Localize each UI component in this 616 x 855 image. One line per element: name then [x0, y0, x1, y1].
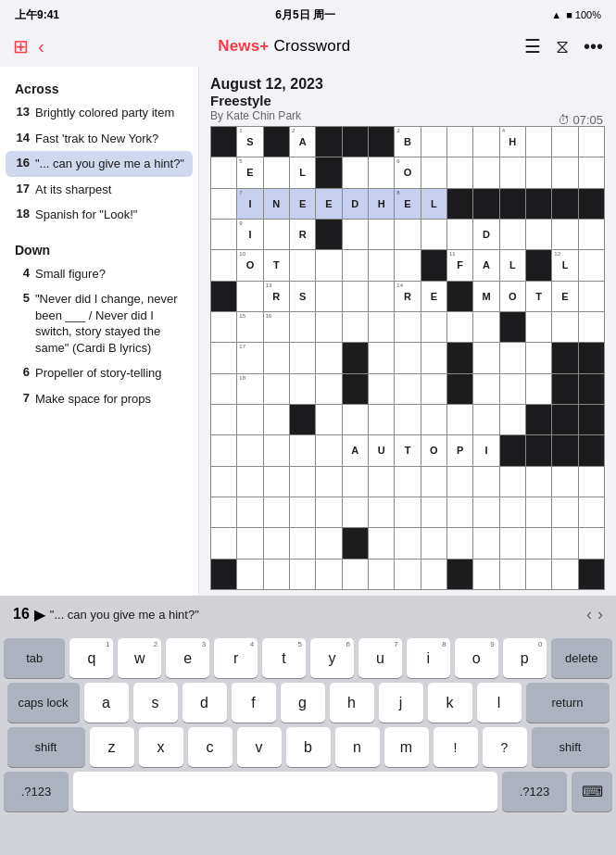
key-e[interactable]: 3e [166, 638, 209, 678]
grid-cell[interactable] [290, 343, 315, 372]
grid-cell[interactable] [316, 220, 341, 249]
grid-cell[interactable]: D [473, 220, 498, 249]
grid-cell[interactable] [343, 405, 368, 434]
grid-cell[interactable] [473, 374, 498, 404]
grid-cell[interactable] [552, 157, 577, 187]
grid-cell[interactable] [237, 282, 262, 311]
key-i[interactable]: 8i [407, 638, 450, 678]
grid-cell[interactable]: U [369, 435, 394, 465]
grid-cell[interactable] [526, 343, 551, 372]
grid-cell[interactable] [500, 560, 525, 589]
grid-cell[interactable] [343, 497, 368, 527]
key-s[interactable]: s [133, 683, 178, 723]
grid-cell[interactable] [552, 467, 577, 497]
grid-cell[interactable]: 4H [500, 127, 525, 157]
grid-cell[interactable] [447, 560, 472, 589]
grid-cell[interactable] [447, 127, 472, 157]
grid-cell[interactable] [369, 467, 394, 497]
grid-cell[interactable] [526, 220, 551, 249]
grid-cell[interactable]: M [473, 282, 498, 311]
key-t[interactable]: 5t [262, 638, 306, 678]
grid-cell[interactable]: O [421, 435, 446, 465]
grid-cell[interactable] [290, 250, 315, 280]
grid-cell[interactable] [421, 528, 446, 558]
grid-cell[interactable] [552, 560, 577, 589]
grid-cell[interactable]: 2A [290, 127, 315, 157]
grid-cell[interactable] [526, 560, 551, 589]
grid-cell[interactable] [500, 189, 525, 219]
grid-cell[interactable] [579, 282, 604, 311]
grid-cell[interactable]: I [473, 435, 498, 465]
grid-cell[interactable] [290, 467, 315, 497]
grid-cell[interactable] [473, 157, 498, 187]
grid-cell[interactable] [369, 405, 394, 434]
grid-cell[interactable] [264, 467, 289, 497]
grid-cell[interactable] [211, 405, 236, 434]
grid-cell[interactable]: 15 [237, 312, 262, 342]
grid-cell[interactable]: 10O [237, 250, 262, 280]
grid-cell[interactable] [447, 343, 472, 372]
space-key[interactable] [73, 772, 497, 811]
grid-cell[interactable] [526, 312, 551, 342]
key-w[interactable]: 2w [118, 638, 161, 678]
grid-cell[interactable] [211, 189, 236, 219]
grid-cell[interactable] [290, 435, 315, 465]
grid-cell[interactable] [552, 127, 577, 157]
grid-cell[interactable] [421, 312, 446, 342]
grid-cell[interactable] [211, 467, 236, 497]
list-icon[interactable]: ☰ [524, 35, 541, 57]
grid-cell[interactable] [343, 312, 368, 342]
key-p[interactable]: 0p [503, 638, 547, 678]
grid-cell[interactable] [290, 405, 315, 434]
grid-cell[interactable] [579, 312, 604, 342]
grid-cell[interactable] [264, 374, 289, 404]
grid-cell[interactable]: T [264, 250, 289, 280]
grid-cell[interactable] [473, 528, 498, 558]
grid-cell[interactable] [316, 157, 341, 187]
grid-cell[interactable]: 18 [237, 374, 262, 404]
grid-cell[interactable] [447, 528, 472, 558]
grid-cell[interactable] [500, 405, 525, 434]
grid-cell[interactable] [579, 560, 604, 589]
clue-down-7[interactable]: 7 Make space for props [0, 386, 198, 412]
grid-cell[interactable] [473, 189, 498, 219]
grid-cell[interactable]: 17 [237, 343, 262, 372]
key-q[interactable]: 1q [69, 638, 113, 678]
key-u[interactable]: 7u [358, 638, 402, 678]
grid-cell[interactable] [343, 343, 368, 372]
grid-cell[interactable] [316, 435, 341, 465]
crossword-grid[interactable]: 1S2A3B4H5EL6O7INEEDH8EL9IRD10OT11FAL12L1… [210, 126, 605, 590]
grid-cell[interactable] [579, 220, 604, 249]
grid-cell[interactable] [500, 343, 525, 372]
grid-cell[interactable] [447, 220, 472, 249]
grid-cell[interactable] [395, 312, 420, 342]
grid-cell[interactable] [369, 560, 394, 589]
grid-cell[interactable] [579, 157, 604, 187]
grid-cell[interactable] [316, 560, 341, 589]
grid-cell[interactable] [526, 250, 551, 280]
grid-cell[interactable] [369, 497, 394, 527]
grid-cell[interactable] [343, 560, 368, 589]
grid-cell[interactable] [421, 220, 446, 249]
grid-cell[interactable] [579, 127, 604, 157]
grid-cell[interactable]: H [369, 189, 394, 219]
grid-cell[interactable] [552, 189, 577, 219]
grid-cell[interactable] [447, 374, 472, 404]
grid-cell[interactable]: D [343, 189, 368, 219]
clue-across-14[interactable]: 14 Fast 'trak to New York? [0, 126, 198, 152]
grid-cell[interactable] [343, 282, 368, 311]
key-h[interactable]: h [330, 683, 374, 723]
grid-cell[interactable] [526, 405, 551, 434]
grid-cell[interactable] [447, 157, 472, 187]
grid-cell[interactable] [552, 497, 577, 527]
grid-cell[interactable] [526, 157, 551, 187]
grid-cell[interactable] [343, 374, 368, 404]
grid-cell[interactable] [421, 250, 446, 280]
grid-cell[interactable] [579, 435, 604, 465]
return-key[interactable]: return [526, 683, 610, 723]
grid-cell[interactable] [264, 435, 289, 465]
grid-cell[interactable] [211, 374, 236, 404]
grid-cell[interactable] [421, 560, 446, 589]
grid-container[interactable]: 1S2A3B4H5EL6O7INEEDH8EL9IRD10OT11FAL12L1… [210, 126, 605, 590]
grid-cell[interactable]: 7I [237, 189, 262, 219]
